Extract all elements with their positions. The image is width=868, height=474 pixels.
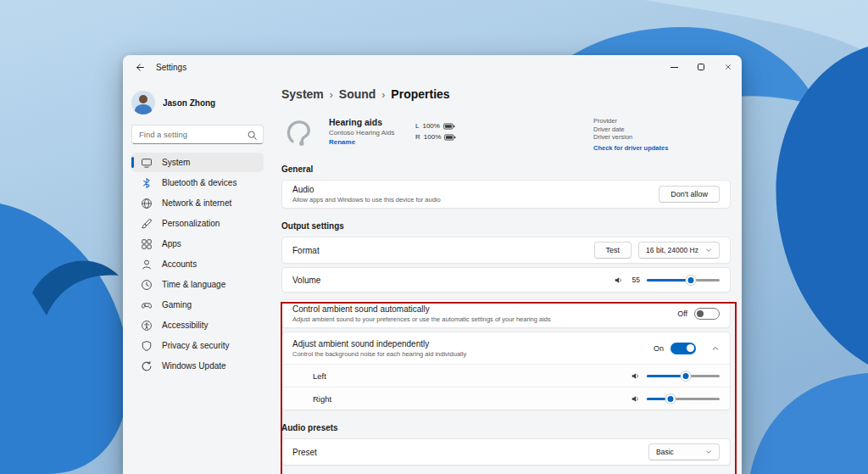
right-channel-label: Right	[313, 394, 331, 404]
breadcrumb-separator: ›	[330, 89, 333, 101]
audio-card: Audio Allow apps and Windows to use this…	[281, 180, 731, 209]
user-name: Jason Zhong	[163, 98, 215, 108]
driver-date: Driver date	[593, 125, 668, 134]
minimize-button[interactable]	[660, 55, 687, 79]
battery-left-level: 100%	[422, 122, 439, 130]
device-header: Hearing aids Contoso Hearing Aids Rename…	[281, 111, 731, 152]
close-button[interactable]	[715, 55, 742, 79]
ambient-auto-card: Control ambient sound automatically Adju…	[281, 299, 731, 328]
sidebar-item-label: Privacy & security	[162, 341, 229, 350]
ambient-independent-toggle[interactable]	[670, 343, 696, 354]
person-icon	[141, 259, 153, 270]
section-header-audio-presets: Audio presets	[281, 423, 731, 432]
left-channel-row: Left	[282, 364, 730, 387]
sidebar-item-system[interactable]: System	[131, 153, 264, 172]
system-icon	[141, 157, 153, 169]
test-button[interactable]: Test	[594, 242, 632, 259]
minimize-icon	[670, 67, 678, 68]
settings-window: Settings Jason Zhong	[123, 55, 742, 474]
chevron-down-icon	[705, 449, 712, 455]
shield-icon	[141, 340, 153, 352]
right-slider-thumb[interactable]	[665, 394, 675, 404]
sidebar-item-time-language[interactable]: Time & language	[131, 275, 264, 294]
accessibility-icon	[141, 320, 153, 332]
speaker-icon	[631, 371, 640, 381]
window-title: Settings	[156, 63, 186, 72]
battery-status: L 100% R 100%	[415, 111, 456, 152]
avatar	[131, 91, 155, 114]
close-icon	[724, 63, 732, 71]
sidebar-item-network-internet[interactable]: Network & internet	[131, 193, 264, 213]
sidebar-item-bluetooth-devices[interactable]: Bluetooth & devices	[131, 173, 264, 192]
chevron-down-icon	[705, 247, 712, 254]
sidebar-item-label: Network & internet	[162, 198, 231, 208]
ambient-independent-header: Adjust ambient sound independently Contr…	[282, 332, 730, 364]
ambient-auto-subtitle: Adjust ambient sound to your preferences…	[292, 315, 551, 323]
breadcrumb-system[interactable]: System	[281, 87, 324, 101]
chevron-up-icon	[711, 344, 720, 353]
ambient-independent-expander: Adjust ambient sound independently Contr…	[281, 332, 731, 410]
format-dropdown[interactable]: 16 bit, 24000 Hz	[638, 242, 720, 259]
right-channel-slider[interactable]	[647, 393, 720, 404]
volume-slider[interactable]	[647, 275, 720, 285]
sidebar-item-label: Windows Update	[162, 361, 226, 371]
section-header-general: General	[281, 165, 731, 174]
section-header-output: Output settings	[281, 221, 731, 231]
page-title: Properties	[391, 87, 449, 101]
titlebar: Settings	[123, 55, 742, 79]
sidebar-item-gaming[interactable]: Gaming	[131, 295, 264, 315]
left-slider-thumb[interactable]	[682, 371, 691, 381]
back-arrow-icon	[134, 62, 145, 73]
preset-value: Basic	[656, 448, 674, 456]
sidebar-item-label: Apps	[162, 239, 181, 248]
device-name: Hearing aids	[329, 117, 410, 127]
ambient-independent-title: Adjust ambient sound independently	[292, 339, 466, 349]
preset-dropdown[interactable]: Basic	[648, 443, 720, 460]
audio-subtitle: Allow apps and Windows to use this devic…	[292, 196, 441, 204]
driver-info: Provider Driver date Driver version Chec…	[593, 117, 668, 152]
driver-provider: Provider	[593, 117, 668, 125]
check-driver-updates-link[interactable]: Check for driver updates	[593, 144, 668, 153]
ambient-auto-toggle[interactable]	[694, 308, 720, 320]
format-title: Format	[292, 246, 320, 255]
ambient-independent-toggle-label: On	[654, 344, 664, 353]
sidebar-item-label: Gaming	[162, 300, 192, 309]
hearing-aid-icon	[281, 111, 320, 152]
sidebar-item-accounts[interactable]: Accounts	[131, 254, 264, 274]
maximize-button[interactable]	[687, 55, 715, 79]
search-input[interactable]	[131, 125, 264, 144]
sidebar-item-label: Time & language	[162, 280, 225, 289]
rename-link[interactable]: Rename	[329, 138, 410, 146]
device-model: Contoso Hearing Aids	[329, 129, 410, 137]
sidebar-item-label: System	[162, 158, 190, 167]
speaker-icon	[631, 394, 640, 404]
volume-slider-thumb[interactable]	[686, 276, 695, 285]
sidebar-item-privacy-security[interactable]: Privacy & security	[131, 336, 264, 355]
format-value: 16 bit, 24000 Hz	[646, 246, 698, 254]
sidebar-item-accessibility[interactable]: Accessibility	[131, 315, 264, 335]
volume-card: Volume 55	[281, 267, 731, 293]
search-icon	[247, 129, 258, 140]
battery-right-level: 100%	[424, 133, 441, 141]
sidebar-item-apps[interactable]: Apps	[131, 234, 264, 254]
sidebar-item-personalization[interactable]: Personalization	[131, 214, 264, 233]
user-profile: Jason Zhong	[131, 89, 264, 116]
collapse-button[interactable]	[711, 344, 720, 353]
globe-icon	[141, 198, 153, 209]
brush-icon	[141, 218, 153, 230]
back-button[interactable]	[128, 59, 150, 75]
audio-title: Audio	[292, 185, 441, 194]
gamepad-icon	[141, 299, 153, 311]
battery-left-label: L	[415, 122, 419, 130]
sidebar-item-windows-update[interactable]: Windows Update	[131, 356, 264, 376]
ambient-auto-toggle-label: Off	[677, 309, 687, 318]
dont-allow-button[interactable]: Don't allow	[659, 186, 720, 203]
breadcrumb-sound[interactable]: Sound	[339, 87, 376, 101]
sidebar-nav: System Bluetooth & devices Network & int…	[131, 153, 264, 376]
preset-title: Preset	[292, 448, 317, 457]
sidebar-item-label: Bluetooth & devices	[162, 178, 236, 187]
ambient-independent-subtitle: Control the background noise for each he…	[292, 350, 466, 358]
left-channel-slider[interactable]	[647, 371, 720, 381]
right-channel-row: Right	[282, 387, 730, 410]
format-card: Format Test 16 bit, 24000 Hz	[281, 237, 731, 264]
